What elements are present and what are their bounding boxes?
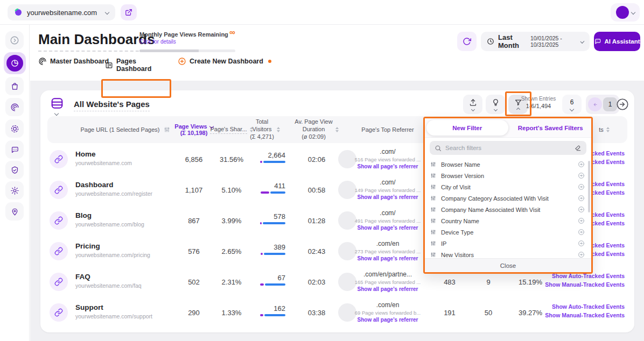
scrollbar-thumb[interactable] [588, 161, 590, 212]
filter-item-label: City of Visit [441, 184, 573, 190]
chevron-down-icon [471, 107, 474, 111]
refresh-button[interactable] [457, 32, 477, 51]
page-link-icon[interactable] [50, 242, 68, 260]
show-manual-tracked-events-link[interactable]: Show Manual-Tracked Events [544, 281, 625, 288]
visitors-value: 389 [242, 243, 285, 251]
filter-item[interactable]: City of Visit [425, 181, 591, 193]
filter-item[interactable]: Company Name Associated With Visit [425, 204, 591, 215]
column-events-partial[interactable]: ts [593, 116, 615, 143]
quota-title: Monthly Page Views Remaining [139, 31, 239, 38]
show-all-referrers-link[interactable]: Show all page's referrer [350, 164, 425, 169]
page-name[interactable]: Home [75, 150, 132, 158]
export-button[interactable] [463, 95, 482, 114]
page-link-icon[interactable] [50, 150, 68, 168]
arrow-right-circle-icon [10, 35, 19, 45]
referrer-domain: .com/ [350, 209, 425, 217]
column-sum: (ø 02:09) [302, 133, 326, 140]
referrer-note: 149 Page views forwarded ... [350, 187, 425, 193]
pie-chart-icon [6, 55, 23, 72]
page-name[interactable]: Pricing [75, 242, 150, 250]
page-size-select[interactable]: 6 [562, 95, 582, 114]
tab-master-dashboard[interactable]: Master Dashboard [38, 57, 109, 66]
page-url: yourwebsitename.com/faq [75, 282, 142, 289]
gear-icon [10, 186, 19, 195]
column-total-visitors[interactable]: Total Visitors(Σ 4,271) [242, 116, 288, 143]
chevron-down-icon [570, 106, 574, 111]
filter-search [430, 141, 586, 155]
filter-item[interactable]: Device Type [425, 226, 591, 238]
page-link-icon[interactable] [50, 303, 68, 322]
sliders-icon [430, 252, 436, 258]
show-all-referrers-link[interactable]: Show all page's referrer [350, 225, 425, 231]
page-name[interactable]: Blog [75, 211, 144, 219]
user-menu[interactable] [611, 3, 640, 22]
sidebar-item-locations[interactable] [5, 202, 24, 221]
arrow-right-circle-icon[interactable] [578, 206, 585, 213]
sidebar-item-dashboards[interactable] [4, 52, 26, 74]
sidebar-item-recordings[interactable] [5, 119, 24, 138]
filter-item-label: New Visitors [441, 252, 573, 258]
arrow-right-circle-icon[interactable] [578, 240, 585, 247]
ai-assistant-button[interactable]: AI Assistant [594, 32, 640, 51]
filter-item[interactable]: Country Name [425, 215, 591, 226]
tab-create-new-dashboard[interactable]: Create New Dashboard [178, 57, 271, 66]
arrow-right-circle-icon[interactable] [578, 172, 585, 179]
date-range-picker[interactable]: Last Month 10/01/2025 - 10/31/2025 [481, 32, 590, 51]
show-all-referrers-link[interactable]: Show all page's referrer [350, 286, 425, 292]
show-all-referrers-link[interactable]: Show all page's referrer [350, 255, 425, 261]
infinity-icon: ∞ [229, 27, 235, 37]
sort-icon [335, 127, 339, 132]
sidebar-item-privacy[interactable] [5, 161, 24, 179]
arrow-right-circle-icon[interactable] [578, 195, 585, 202]
previous-page-button[interactable] [588, 97, 602, 111]
tab-label: Pages Dashboard [116, 58, 171, 73]
page-link-icon[interactable] [50, 273, 68, 291]
sidebar-item-feedback[interactable] [5, 140, 24, 159]
tab-pages-dashboard[interactable]: Pages Dashboard [105, 58, 171, 73]
arrow-right-circle-icon[interactable] [578, 251, 585, 258]
plus-circle-icon [178, 57, 186, 66]
app-window: yourwebsitename.com [0, 0, 644, 341]
show-manual-tracked-events-link[interactable]: Show Manual-Tracked Events [544, 312, 625, 318]
column-top-referrer[interactable]: Page's Top Referrer [350, 116, 425, 143]
column-label: Page's Top Referrer [361, 126, 414, 133]
arrow-right-circle-icon[interactable] [578, 183, 585, 190]
page-link-icon[interactable] [50, 181, 68, 199]
arrow-right-circle-icon[interactable] [578, 217, 585, 224]
page-name[interactable]: FAQ [75, 273, 142, 281]
sort-icon [277, 127, 280, 132]
filter-item[interactable]: Company Category Associated With Visit [425, 193, 591, 204]
sidebar-item-sessions[interactable] [5, 98, 24, 116]
quota-details-link[interactable]: Click for details [139, 39, 239, 45]
show-all-referrers-link[interactable]: Show all page's referrer [350, 194, 425, 200]
tab-saved-filters[interactable]: Report's Saved Filters [510, 118, 592, 137]
filter-search-input[interactable] [445, 145, 570, 151]
filter-item[interactable]: New Visitors [425, 249, 591, 258]
page-link-icon[interactable] [50, 211, 68, 230]
tab-new-filter[interactable]: New Filter [426, 120, 508, 136]
insights-button[interactable] [486, 95, 505, 114]
clear-search-icon[interactable] [574, 144, 582, 152]
events-cell: Show Auto-Tracked Events Show Manual-Tra… [544, 303, 625, 321]
show-auto-tracked-events-link[interactable]: Show Auto-Tracked Events [544, 303, 625, 310]
arrow-right-circle-icon[interactable] [578, 229, 585, 236]
next-page-button[interactable] [614, 96, 631, 112]
lightbulb-icon [492, 98, 500, 106]
sidebar-item-settings[interactable] [5, 181, 24, 200]
close-filter-popup-button[interactable]: Close [425, 258, 591, 272]
filter-item[interactable]: Browser Name [425, 159, 591, 170]
page-name[interactable]: Support [75, 303, 152, 311]
sliders-icon [430, 173, 436, 179]
column-avg-duration[interactable]: Av. Page View Duration(ø 02:09) [289, 116, 345, 143]
table-widget-icon[interactable] [50, 96, 66, 112]
filter-item[interactable]: Browser Version [425, 170, 591, 181]
filter-item[interactable]: IP [425, 238, 591, 249]
site-selector[interactable]: yourwebsitename.com [8, 4, 115, 20]
open-site-button[interactable] [121, 4, 137, 20]
page-name[interactable]: Dashboard [75, 181, 152, 189]
show-all-referrers-link[interactable]: Show all page's referrer [350, 317, 425, 323]
sidebar-item-conversions[interactable] [5, 77, 24, 95]
sidebar-collapse-button[interactable] [5, 31, 24, 49]
arrow-right-circle-icon[interactable] [578, 161, 585, 168]
referrer-note: 516 Page views forwarded ... [350, 157, 425, 162]
